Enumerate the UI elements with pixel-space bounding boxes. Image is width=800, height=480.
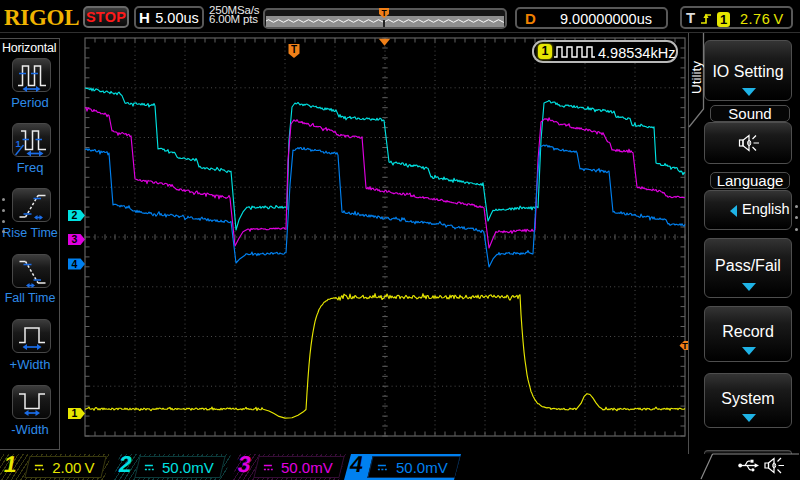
svg-text:1: 1 [16, 138, 22, 149]
svg-text:4: 4 [72, 258, 78, 270]
svg-text:3: 3 [72, 233, 78, 245]
svg-text:T: T [291, 44, 297, 55]
svg-text:1: 1 [72, 407, 78, 419]
svg-text:2: 2 [72, 209, 78, 221]
